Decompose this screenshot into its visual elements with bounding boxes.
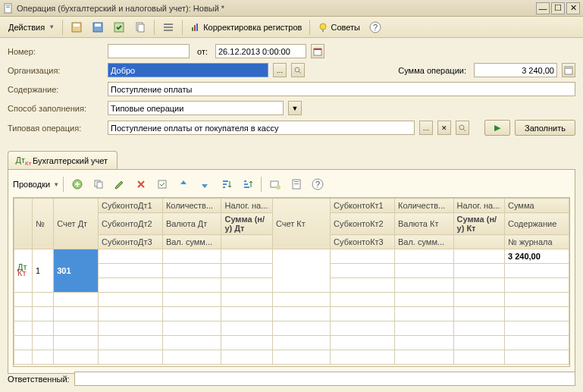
svg-rect-4 (74, 24, 80, 27)
template-clear-button[interactable]: ✕ (437, 121, 451, 135)
filter-icon[interactable] (287, 176, 306, 193)
form-area: Номер: от: 26.12.2013 0:00:00 Организаци… (0, 38, 583, 146)
template-ellipsis-button[interactable]: … (419, 121, 433, 135)
col-qty-kt: Количеств... (395, 199, 454, 213)
svg-line-27 (463, 129, 465, 131)
method-select[interactable]: Типовые операции (108, 101, 284, 115)
col-cursum-kt: Вал. сумм... (395, 235, 454, 249)
col-sum-nu-dt: Сумма (н/у) Дт (221, 213, 272, 235)
tab-row: ДтКт Бухгалтерский учет (0, 151, 583, 169)
svg-rect-9 (138, 24, 144, 32)
org-input[interactable]: Добро (108, 63, 268, 77)
save-icon[interactable] (88, 19, 108, 36)
table-row[interactable]: ДтКт 1 301 3 240,00 (14, 249, 569, 264)
col-tax-dt: Налог. на... (221, 199, 272, 213)
help-icon[interactable]: ? (365, 19, 385, 36)
move-up-icon[interactable] (174, 176, 193, 193)
entries-grid[interactable]: № Счет Дт СубконтоДт1 Количеств... Налог… (13, 197, 570, 367)
window-title: Операция (бухгалтерский и налоговый учет… (17, 4, 536, 13)
play-button[interactable]: ▶ (484, 120, 510, 136)
svg-rect-21 (314, 49, 321, 50)
svg-rect-12 (164, 30, 173, 31)
svg-rect-30 (97, 182, 102, 188)
search-icon (458, 124, 467, 133)
tab-accounting[interactable]: ДтКт Бухгалтерский учет (8, 151, 118, 169)
actions-menu[interactable]: Действия▼ (5, 19, 58, 36)
cell-acc-dt[interactable]: 301 (54, 249, 99, 293)
edit-row-icon[interactable] (110, 176, 130, 193)
col-journal: № журнала (505, 235, 569, 249)
col-sum: Сумма (505, 199, 569, 213)
responsible-input[interactable] (74, 372, 575, 386)
org-search-button[interactable] (291, 63, 305, 77)
cell-sum[interactable]: 3 240,00 (505, 249, 569, 264)
svg-rect-14 (194, 25, 196, 31)
titlebar: Операция (бухгалтерский и налоговый учет… (0, 0, 583, 17)
template-input[interactable]: Поступление оплаты от покупателя в кассу (108, 121, 415, 135)
svg-rect-36 (294, 183, 299, 184)
help2-icon[interactable]: ? (308, 176, 328, 193)
main-toolbar: Действия▼ Корректировка регистров Советы… (0, 17, 583, 38)
col-content: Содержание (505, 213, 569, 235)
fill-button[interactable]: Заполнить (515, 120, 575, 136)
col-qty-dt: Количеств... (162, 199, 221, 213)
col-acc-kt: Счет Кт (272, 199, 330, 249)
svg-rect-1 (6, 5, 10, 6)
post-icon[interactable] (109, 19, 129, 36)
list-icon[interactable] (158, 19, 178, 36)
sort-desc-icon[interactable] (237, 176, 257, 193)
table-row (14, 321, 569, 336)
method-label: Способ заполнения: (8, 104, 103, 113)
registers-button[interactable]: Корректировка регистров (186, 19, 306, 36)
svg-rect-13 (192, 27, 193, 31)
sum-input[interactable]: 3 240,00 (474, 63, 557, 77)
date-picker-button[interactable] (311, 44, 324, 58)
copy-row-icon[interactable] (89, 176, 108, 193)
svg-rect-11 (164, 27, 173, 28)
col-tax-kt: Налог. на... (453, 199, 504, 213)
org-ellipsis-button[interactable]: … (273, 63, 287, 77)
svg-text:?: ? (315, 180, 320, 189)
table-row (14, 307, 569, 321)
dtkt-icon: ДтКт (17, 155, 30, 167)
save-and-close-icon[interactable] (67, 19, 86, 36)
tips-button[interactable]: Советы (314, 19, 363, 36)
content-input[interactable]: Поступление оплаты (108, 82, 575, 96)
org-label: Организация: (8, 66, 103, 75)
svg-rect-10 (164, 24, 173, 25)
col-acc-dt: Счет Дт (54, 199, 99, 249)
method-dropdown-button[interactable]: ▼ (288, 101, 302, 115)
template-search-button[interactable] (456, 121, 469, 135)
table-row (14, 336, 569, 350)
move-down-icon[interactable] (195, 176, 215, 193)
settings-row-icon[interactable] (265, 176, 285, 193)
cell-num[interactable]: 1 (32, 249, 53, 293)
responsible-label: Ответственный: (8, 375, 70, 384)
from-label: от: (197, 47, 208, 56)
col-sub-kt3: СубконтоКт3 (331, 235, 395, 249)
minimize-button[interactable]: — (536, 2, 550, 14)
maximize-button[interactable]: ☐ (551, 2, 565, 14)
sum-calc-button[interactable] (562, 63, 575, 77)
content-label: Содержание: (8, 85, 103, 94)
svg-rect-2 (6, 7, 10, 8)
copy-doc-icon[interactable] (130, 19, 150, 36)
sort-asc-icon[interactable] (216, 176, 236, 193)
svg-point-16 (320, 24, 326, 30)
col-sub-dt3: СубконтоДт3 (99, 235, 163, 249)
col-cur-kt: Валюта Кт (395, 213, 454, 235)
row-type-icon: ДтКт (14, 249, 33, 293)
add-row-icon[interactable] (67, 176, 87, 193)
entries-label: Проводки (13, 180, 50, 189)
svg-rect-15 (196, 24, 198, 31)
svg-rect-0 (5, 4, 11, 13)
number-input[interactable] (108, 44, 190, 58)
close-button[interactable]: ✕ (566, 2, 580, 14)
col-icon (14, 199, 33, 249)
delete-row-icon[interactable] (131, 176, 151, 193)
date-input[interactable]: 26.12.2013 0:00:00 (215, 44, 306, 58)
svg-rect-6 (95, 24, 101, 27)
doc-icon (3, 3, 14, 14)
end-edit-icon[interactable] (152, 176, 172, 193)
col-sub-dt2: СубконтоДт2 (99, 213, 163, 235)
